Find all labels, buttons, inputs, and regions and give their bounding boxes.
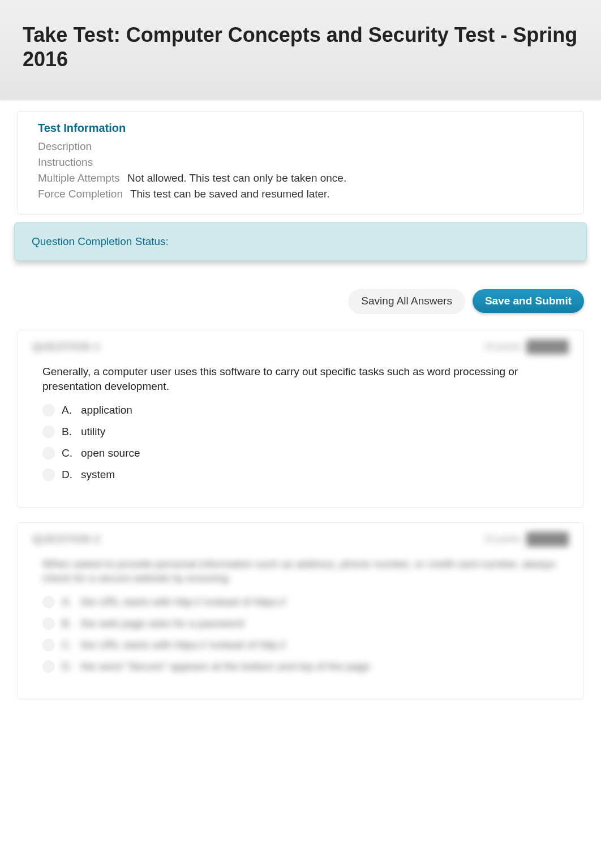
question-points: 10 points (484, 342, 521, 352)
info-row-attempts: Multiple Attempts Not allowed. This test… (38, 172, 572, 184)
saving-all-answers-button[interactable]: Saving All Answers (349, 289, 465, 313)
question-points: 10 points (484, 534, 521, 544)
question-body: When asked to provide personal informati… (18, 555, 583, 687)
radio-icon[interactable] (42, 596, 55, 608)
question-header: QUESTION 210 points (18, 523, 583, 555)
info-row-description: Description (38, 140, 572, 153)
page-header: Take Test: Computer Concepts and Securit… (0, 0, 601, 100)
option-letter: A. (62, 404, 74, 416)
info-row-completion: Force Completion This test can be saved … (38, 188, 572, 200)
question-option[interactable]: B.utility (42, 426, 559, 438)
radio-icon[interactable] (42, 660, 55, 673)
question-completion-status-panel: Question Completion Status: (14, 222, 587, 261)
question-options: A.applicationB.utilityC.open sourceD.sys… (42, 404, 559, 481)
instructions-label: Instructions (38, 156, 93, 168)
description-label: Description (38, 140, 92, 152)
question-option[interactable]: D.the word "Secure" appears at the botto… (42, 660, 559, 673)
option-text: system (81, 469, 115, 481)
option-text: the URL starts with https:// instead of … (81, 639, 286, 651)
question-header-right: 10 points (484, 532, 569, 547)
option-text: the word "Secure" appears at the bottom … (81, 660, 370, 673)
test-information-panel: Test Information Description Instruction… (17, 111, 584, 214)
question-prompt: When asked to provide personal informati… (42, 557, 559, 586)
page-title: Take Test: Computer Concepts and Securit… (23, 23, 578, 71)
question-option[interactable]: C.the URL starts with https:// instead o… (42, 639, 559, 651)
question-completion-status-title: Question Completion Status: (32, 235, 569, 248)
question-prompt: Generally, a computer user uses this sof… (42, 364, 559, 393)
completion-value: This test can be saved and resumed later… (130, 188, 330, 200)
option-text: the URL starts with http:// instead of h… (81, 596, 286, 608)
question-option[interactable]: C.open source (42, 447, 559, 459)
test-information-title: Test Information (38, 122, 572, 135)
option-text: application (81, 404, 132, 416)
option-letter: B. (62, 617, 74, 630)
question-number-label: QUESTION 2 (32, 533, 100, 545)
content-area: Test Information Description Instruction… (0, 100, 601, 725)
question-save-button[interactable] (526, 340, 569, 354)
question-options: A.the URL starts with http:// instead of… (42, 596, 559, 673)
option-letter: C. (62, 639, 74, 651)
save-and-submit-button[interactable]: Save and Submit (473, 289, 584, 313)
question-header-right: 10 points (484, 340, 569, 354)
option-letter: D. (62, 469, 74, 481)
question-save-button[interactable] (526, 532, 569, 547)
attempts-value: Not allowed. This test can only be taken… (127, 172, 346, 184)
option-letter: C. (62, 447, 74, 459)
completion-label: Force Completion (38, 188, 123, 200)
question-option[interactable]: A.application (42, 404, 559, 416)
option-letter: D. (62, 660, 74, 673)
radio-icon[interactable] (42, 639, 55, 651)
question-body: Generally, a computer user uses this sof… (18, 362, 583, 495)
radio-icon[interactable] (42, 469, 55, 481)
option-text: open source (81, 447, 140, 459)
question-option[interactable]: B.the web page asks for a password (42, 617, 559, 630)
info-row-instructions: Instructions (38, 156, 572, 169)
question-block: QUESTION 110 pointsGenerally, a computer… (17, 330, 584, 507)
option-text: utility (81, 426, 105, 438)
action-button-bar: Saving All Answers Save and Submit (17, 289, 584, 313)
radio-icon[interactable] (42, 426, 55, 438)
radio-icon[interactable] (42, 404, 55, 416)
question-block: QUESTION 210 pointsWhen asked to provide… (17, 522, 584, 699)
option-letter: A. (62, 596, 74, 608)
option-letter: B. (62, 426, 74, 438)
question-header: QUESTION 110 points (18, 330, 583, 362)
question-number-label: QUESTION 1 (32, 341, 100, 353)
radio-icon[interactable] (42, 617, 55, 630)
radio-icon[interactable] (42, 447, 55, 459)
attempts-label: Multiple Attempts (38, 172, 120, 184)
question-option[interactable]: A.the URL starts with http:// instead of… (42, 596, 559, 608)
question-option[interactable]: D.system (42, 469, 559, 481)
option-text: the web page asks for a password (81, 617, 244, 630)
